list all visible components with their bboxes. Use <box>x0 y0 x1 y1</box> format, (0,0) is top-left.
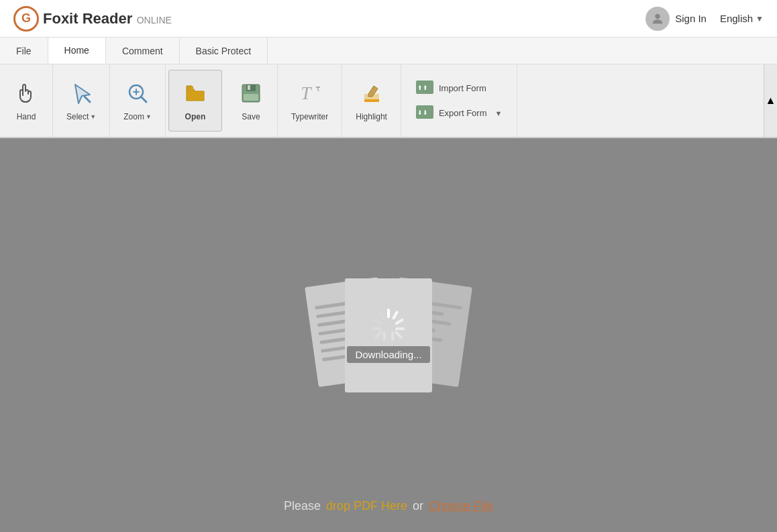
save-tool-button[interactable]: Save <box>230 76 272 125</box>
typewriter-tool-button[interactable]: T Typewriter <box>283 76 336 125</box>
open-tool-button[interactable]: Open <box>174 76 216 125</box>
highlight-icon <box>359 81 384 109</box>
header: G Foxit Reader ONLINE Sign In English ▼ <box>0 0 777 38</box>
svg-line-21 <box>393 313 397 319</box>
toolbar-group-select: Select ▼ <box>53 64 110 137</box>
import-form-label: Import Form <box>439 83 486 93</box>
svg-line-22 <box>397 320 403 323</box>
svg-line-29 <box>374 320 380 323</box>
zoom-tool-button[interactable]: Zoom ▼ <box>115 76 160 125</box>
tab-basic-protect[interactable]: Basic Protect <box>180 38 268 64</box>
export-form-label: Export Form <box>439 108 487 118</box>
svg-line-30 <box>380 313 383 319</box>
downloading-text: Downloading... <box>347 346 429 363</box>
select-label: Select ▼ <box>66 112 96 121</box>
export-form-button[interactable]: ⬇ ⬇ Export Form ▼ <box>412 103 506 123</box>
avatar <box>645 7 670 31</box>
toolbar-group-highlight: Highlight <box>342 64 401 137</box>
collapse-arrow-icon: ▲ <box>766 95 776 107</box>
toolbar-group-zoom: Zoom ▼ <box>110 64 166 137</box>
tab-home[interactable]: Home <box>48 38 106 64</box>
sign-in-area[interactable]: Sign In <box>645 7 707 31</box>
svg-text:⬇: ⬇ <box>417 109 423 116</box>
svg-text:⬆: ⬆ <box>423 85 428 91</box>
svg-line-24 <box>396 332 401 337</box>
svg-rect-9 <box>244 94 258 101</box>
drop-pdf-link[interactable]: drop PDF Here <box>326 499 407 513</box>
svg-point-0 <box>656 13 660 18</box>
header-right: Sign In English ▼ <box>645 7 764 31</box>
sign-in-label: Sign In <box>675 13 707 24</box>
logo-icon: G <box>13 6 39 32</box>
loading-spinner <box>371 307 406 342</box>
svg-line-3 <box>141 97 146 102</box>
logo-text: Foxit Reader ONLINE <box>43 10 172 28</box>
choose-file-link[interactable]: Choose File <box>429 499 493 513</box>
export-form-icon: ⬇ ⬇ <box>416 105 433 121</box>
logo: G Foxit Reader ONLINE <box>13 6 172 32</box>
bottom-drop-text: Please drop PDF Here or Choose File <box>284 499 493 513</box>
select-dropdown-arrow-icon: ▼ <box>90 113 96 120</box>
toolbar-group-open: Open <box>168 70 222 131</box>
document-area: Downloading... <box>0 138 777 532</box>
tab-file[interactable]: File <box>0 38 48 64</box>
zoom-icon <box>125 81 150 109</box>
toolbar-group-save: Save <box>225 64 278 137</box>
import-form-button[interactable]: ⬆ ⬆ Import Form <box>412 78 506 99</box>
save-icon <box>238 81 264 109</box>
document-stack: Downloading... <box>291 268 486 403</box>
tab-bar: File Home Comment Basic Protect <box>0 38 777 64</box>
dropdown-arrow-icon: ▼ <box>756 14 764 23</box>
svg-text:T: T <box>301 83 313 103</box>
svg-line-1 <box>85 97 90 102</box>
svg-rect-13 <box>364 99 379 102</box>
toolbar-group-hand: Hand <box>0 64 53 137</box>
hand-label: Hand <box>17 112 36 121</box>
toolbar: Hand Select ▼ <box>0 64 777 138</box>
typewriter-icon: T <box>297 81 323 109</box>
save-label: Save <box>242 112 260 121</box>
open-icon <box>183 81 208 109</box>
svg-text:⬇: ⬇ <box>423 109 428 116</box>
please-text: Please <box>284 499 321 513</box>
toolbar-group-typewriter: T Typewriter <box>278 64 342 137</box>
hand-icon <box>13 81 39 109</box>
zoom-label: Zoom ▼ <box>123 112 152 121</box>
svg-rect-8 <box>248 85 250 90</box>
toolbar-collapse-button[interactable]: ▲ <box>764 64 777 137</box>
or-text: or <box>413 499 423 513</box>
language-selector[interactable]: English ▼ <box>720 13 764 24</box>
import-form-icon: ⬆ ⬆ <box>416 81 433 96</box>
typewriter-label: Typewriter <box>291 112 328 121</box>
tab-comment[interactable]: Comment <box>106 38 180 64</box>
highlight-label: Highlight <box>356 112 387 121</box>
svg-line-27 <box>376 332 380 337</box>
document-page-center: Downloading... <box>345 278 432 392</box>
toolbar-group-import-export: ⬆ ⬆ Import Form ⬇ ⬇ Export Form ▼ <box>401 64 517 137</box>
main-content: Downloading... Please drop PDF Here or C… <box>0 138 777 532</box>
highlight-tool-button[interactable]: Highlight <box>348 76 395 125</box>
export-form-dropdown-arrow-icon: ▼ <box>495 109 502 117</box>
select-icon <box>68 81 94 109</box>
svg-text:⬆: ⬆ <box>417 85 423 91</box>
open-label: Open <box>185 112 206 121</box>
select-tool-button[interactable]: Select ▼ <box>58 76 104 125</box>
zoom-dropdown-arrow-icon: ▼ <box>146 113 152 120</box>
language-label: English <box>720 13 753 24</box>
hand-tool-button[interactable]: Hand <box>5 76 47 125</box>
